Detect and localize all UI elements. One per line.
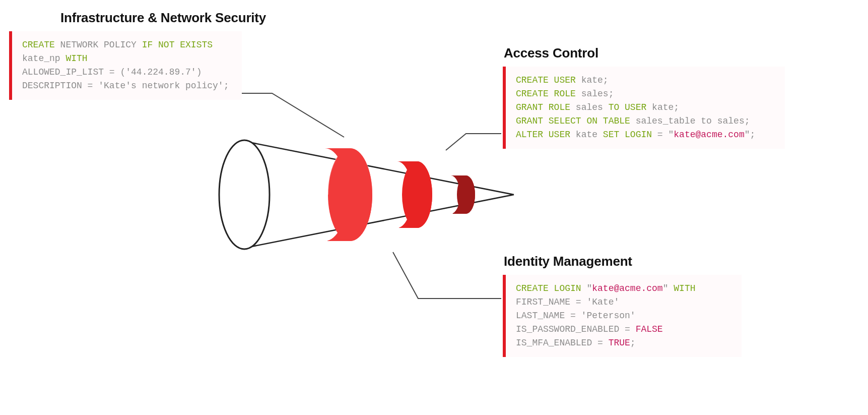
kw: ALTER USER <box>516 130 570 140</box>
txt: DESCRIPTION = 'Kate's network policy'; <box>22 81 229 91</box>
svg-point-5 <box>402 161 432 228</box>
bool: FALSE <box>636 324 663 334</box>
code-block-access-control: CREATE USER kate; CREATE ROLE sales; GRA… <box>503 67 785 149</box>
txt: ; <box>630 338 636 348</box>
kw: TO USER <box>609 102 647 112</box>
svg-point-6 <box>457 175 475 214</box>
heading-identity-management: Identity Management <box>504 254 632 269</box>
txt: kate_np <box>22 53 65 64</box>
ring-access <box>451 175 478 240</box>
kw: CREATE <box>22 40 55 50</box>
txt: "; <box>745 130 756 140</box>
txt: kate <box>570 130 603 140</box>
heading-access-control: Access Control <box>504 45 598 61</box>
txt: IS_MFA_ENABLED = <box>516 338 609 348</box>
heading-infrastructure: Infrastructure & Network Security <box>60 10 266 26</box>
txt: sales_table to sales; <box>630 116 750 126</box>
email: kate@acme.com <box>674 130 744 140</box>
txt: = " <box>652 130 674 140</box>
code-block-identity-management: CREATE LOGIN "kate@acme.com" WITH FIRST_… <box>503 275 742 357</box>
ring-identity <box>397 161 434 266</box>
security-funnel-diagram: Infrastructure & Network Security Access… <box>0 0 868 415</box>
kw: WITH <box>65 53 87 64</box>
kw: CREATE USER <box>516 75 576 85</box>
txt: " <box>663 283 674 293</box>
txt: FIRST_NAME = 'Kate' <box>516 297 619 307</box>
txt: ALLOWED_IP_LIST = ('44.224.89.7') <box>22 67 202 77</box>
txt: kate; <box>646 102 679 112</box>
email: kate@acme.com <box>592 283 662 293</box>
txt: sales <box>570 102 609 112</box>
kw: WITH <box>674 283 695 293</box>
txt: kate; <box>576 75 609 85</box>
txt: LAST_NAME = 'Peterson' <box>516 311 636 321</box>
kw: GRANT SELECT ON TABLE <box>516 116 630 126</box>
code-block-infrastructure: CREATE NETWORK POLICY IF NOT EXISTS kate… <box>9 31 242 100</box>
kw: SET LOGIN <box>603 130 652 140</box>
txt: sales; <box>576 89 614 99</box>
kw: IF NOT EXISTS <box>142 40 213 50</box>
kw: CREATE LOGIN <box>516 283 581 293</box>
ring-infra <box>305 148 374 288</box>
txt: IS_PASSWORD_ENABLED = <box>516 324 636 334</box>
bool: TRUE <box>609 338 630 348</box>
svg-point-2 <box>219 140 270 249</box>
kw: GRANT ROLE <box>516 102 570 112</box>
funnel-icon <box>219 140 514 288</box>
kw: CREATE ROLE <box>516 89 576 99</box>
txt: NETWORK POLICY <box>55 40 142 50</box>
txt: " <box>581 283 592 293</box>
